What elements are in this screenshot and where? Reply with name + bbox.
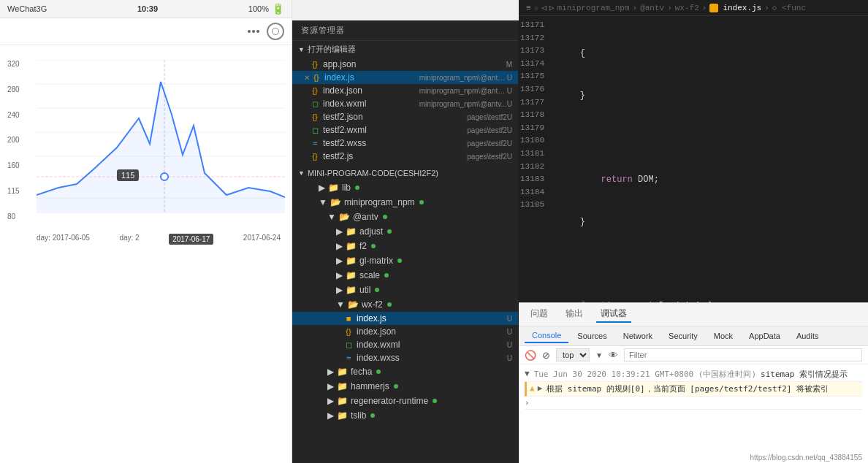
ln-13180: 13180 [519,134,544,148]
toolbar-icon-bookmark[interactable]: ☆ [534,3,539,12]
devtab-security[interactable]: Security [661,329,705,343]
eye-icon[interactable]: 👁 [609,350,618,361]
devtools-toolbar: 🚫 ⊘ top ▼ 👁 [519,346,868,364]
folder-regenerator-name: regenerator-runtime [351,396,428,406]
carrier-label: WeChat3G [7,4,47,13]
chevron-project: ▼ [298,169,305,177]
ln-13174: 13174 [519,58,544,71]
phone-status-bar: WeChat3G 10:39 100% 🔋 [0,0,292,18]
warn-text: 根据 sitemap 的规则[0]，当前页面 [pages/testf2/tes… [547,383,829,394]
y-label-240: 240 [7,111,20,119]
open-file-index-js[interactable]: ✕ {} index.js miniprogram_npm\@antv\wx..… [292,71,518,84]
folder-lib[interactable]: ▶ 📁 lib [292,180,518,195]
folder-hammerjs-name: hammerjs [351,381,389,391]
ln-13173: 13173 [519,45,544,58]
file-index-wxml-tree[interactable]: ◻ index.wxml U [292,338,518,351]
status-dot-fecha [376,370,381,374]
debug-top-tabs: 问题 输出 调试器 [519,303,868,326]
folder-miniprogram-npm[interactable]: ▼ 📂 miniprogram_npm [292,195,518,210]
record-button[interactable] [267,23,284,40]
open-editors-section[interactable]: ▼ 打开的编辑器 [292,41,518,58]
folder-scale[interactable]: ▶ 📁 scale [292,268,518,283]
folder-util-name: util [359,285,370,295]
open-file-testf2-wxss[interactable]: ≈ testf2.wxss pages\testf2 U [292,137,518,150]
file-path-index-js: miniprogram_npm\@antv\wx... [419,74,507,82]
console-prompt-symbol: › [525,398,530,407]
tab-problems[interactable]: 问题 [526,306,552,323]
chevron-miniprogram: ▼ [319,197,327,207]
console-entry-timestamp: ▼ Tue Jun 30 2020 10:39:21 GMT+0800 (中国标… [525,367,862,382]
file-name-index-wxml: index.wxml [323,99,416,109]
open-file-index-json[interactable]: {} index.json miniprogram_npm\@antv\... … [292,84,518,97]
file-index-json-tree[interactable]: {} index.json U [292,325,518,338]
chevron-open-editors: ▼ [298,46,305,53]
devtab-network[interactable]: Network [616,329,660,343]
console-clear-btn[interactable]: 🚫 [525,350,536,361]
code-line-13173 [559,131,861,145]
ln-13175: 13175 [519,70,544,83]
toolbar-icon-list[interactable]: ≡ [526,4,531,12]
menu-dots[interactable] [248,30,259,33]
ln-13184: 13184 [519,186,544,199]
tree-badge-u2: U [507,328,512,336]
open-file-app-json[interactable]: {} app.json M [292,58,518,71]
folder-wx-f2[interactable]: ▼ 📂 wx-f2 [292,297,518,312]
code-line-13172: } [559,89,861,103]
y-label-320: 320 [7,60,20,68]
tab-debugger[interactable]: 调试器 [596,306,631,323]
folder-fecha[interactable]: ▶ 📁 fecha [292,364,518,379]
code-line-13174: return DOM; [559,173,861,187]
devtab-sources[interactable]: Sources [570,329,614,343]
menu-dot-3 [256,30,259,33]
folder-gl-matrix[interactable]: ▶ 📁 gl-matrix [292,253,518,268]
devtab-audits[interactable]: Audits [789,329,826,343]
tree-badge-u3: U [507,341,512,349]
folder-f2[interactable]: ▶ 📁 f2 [292,239,518,253]
devtab-appdata[interactable]: AppData [742,329,788,343]
chevron-util: ▶ [336,285,343,295]
open-file-testf2-js[interactable]: {} testf2.js pages\testf2 U [292,150,518,163]
open-file-index-wxml[interactable]: ◻ index.wxml miniprogram_npm\@antv... U [292,97,518,110]
folder-hammerjs-icon: 📁 [337,381,348,391]
status-dot-npm [419,200,424,204]
file-explorer: 资源管理器 ▼ 打开的编辑器 {} app.json M ✕ {} index.… [292,20,519,463]
file-path-testf2-wxss: pages\testf2 [467,139,506,148]
collapse-arrow-2[interactable]: ▶ [538,383,543,393]
explorer-title: 资源管理器 [292,20,518,41]
line-numbers: 13171 13172 13173 13174 13175 13176 1317… [519,16,552,302]
close-icon-index-js[interactable]: ✕ [304,74,310,82]
folder-tslib[interactable]: ▶ 📁 tslib [292,408,518,423]
devtab-console[interactable]: Console [525,329,568,343]
folder-adjust[interactable]: ▶ 📁 adjust [292,224,518,239]
phone-toolbar[interactable] [0,18,292,45]
console-entry-prompt[interactable]: › [525,397,862,410]
folder-hammerjs[interactable]: ▶ 📁 hammerjs [292,379,518,394]
file-index-wxss-tree[interactable]: ≈ index.wxss U [292,351,518,364]
file-index-js-tree[interactable]: ■ index.js U [292,312,518,325]
wxml-file-icon: ◻ [343,340,354,350]
file-path-testf2-js: pages\testf2 [467,153,506,161]
project-section[interactable]: ▼ MINI-PROGRAM-CODE(CESHI2F2) [292,166,518,180]
code-lines[interactable]: { } return DOM; } function createDom(str… [552,16,868,302]
nav-forward[interactable]: ▷ [549,3,555,12]
filter-input[interactable] [624,348,862,361]
json-icon-3: {} [310,112,320,121]
file-badge-u5: U [507,126,512,134]
ln-13185: 13185 [519,199,544,212]
x-label-1: day: 2017-06-05 [37,234,90,245]
chart-tooltip: 115 [117,169,139,181]
menu-dot-1 [248,30,251,33]
chevron-fecha: ▶ [327,367,334,377]
open-file-testf2-wxml[interactable]: ◻ testf2.wxml pages\testf2 U [292,123,518,137]
nav-back[interactable]: ◁ [541,3,547,12]
collapse-arrow-1[interactable]: ▼ [525,369,530,378]
context-select[interactable]: top [556,348,590,361]
console-stop-btn[interactable]: ⊘ [542,350,550,361]
console-content: ▼ Tue Jun 30 2020 10:39:21 GMT+0800 (中国标… [519,364,868,463]
devtab-mock[interactable]: Mock [707,329,740,343]
folder-regenerator[interactable]: ▶ 📁 regenerator-runtime [292,394,518,408]
open-file-testf2-json[interactable]: {} testf2.json pages\testf2 U [292,110,518,123]
folder-antv[interactable]: ▼ 📂 @antv [292,210,518,224]
tab-output[interactable]: 输出 [561,306,587,323]
folder-util[interactable]: ▶ 📁 util [292,283,518,297]
